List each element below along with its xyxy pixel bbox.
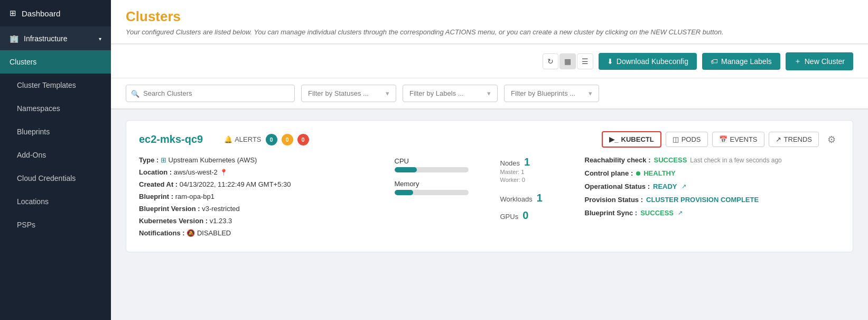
chevron-labels-icon: ▾ (487, 89, 491, 97)
sidebar-item-locations[interactable]: Locations (0, 190, 111, 213)
sidebar-item-cloud-credentials[interactable]: Cloud Credentials (0, 167, 111, 190)
type-row: Type : ⊞ Upstream Kubernetes (AWS) (139, 156, 395, 164)
reachability-row: Reachability check : SUCCESS Last check … (585, 156, 841, 164)
sidebar-item-psps[interactable]: PSPs (0, 213, 111, 236)
download-kubeconfig-label: Download Kubeconfig (617, 57, 688, 66)
grid-icon: ⊞ (10, 8, 16, 18)
control-plane-value: HEALTHY (643, 169, 675, 177)
sidebar-item-namespaces[interactable]: Namespaces (0, 97, 111, 120)
cluster-name[interactable]: ec2-mks-qc9 (139, 133, 203, 145)
new-cluster-button[interactable]: ＋ New Cluster (786, 52, 853, 70)
memory-label: Memory (395, 180, 500, 188)
pods-icon: ◫ (673, 135, 679, 143)
clusters-label: Clusters (10, 58, 36, 66)
blueprint-sync-value: SUCCESS (640, 209, 674, 217)
building-icon: 🏢 (10, 34, 18, 43)
gpus-value: 0 (522, 209, 528, 222)
operational-status-link-icon[interactable]: ↗ (682, 183, 686, 190)
view-toggle: ↻ ▦ ☰ (543, 53, 593, 69)
namespaces-label: Namespaces (17, 104, 60, 113)
operational-status-row: Operational Status : READY ↗ (585, 182, 841, 190)
search-wrap: 🔍 (126, 85, 295, 102)
sidebar-dashboard-item[interactable]: ⊞ Dashboard (0, 0, 111, 27)
blueprint-sync-label: Blueprint Sync : (585, 209, 638, 217)
main-content: Clusters Your configured Clusters are li… (111, 0, 868, 320)
filter-labels[interactable]: Filter by Labels ... ▾ (403, 85, 498, 102)
provision-status-value: CLUSTER PROVISION COMPLETE (646, 196, 759, 204)
stats-col: Nodes 1 Master: 1 Worker: 0 Workloads 1 (500, 156, 585, 241)
plus-icon: ＋ (794, 57, 801, 66)
chevron-statuses-icon: ▾ (386, 89, 389, 97)
toolbar: ↻ ▦ ☰ ⬇ Download Kubeconfig 🏷 Manage Lab… (111, 45, 868, 78)
nodes-value: 1 (524, 156, 530, 168)
workloads-value: 1 (537, 192, 543, 204)
grid-view-button[interactable]: ▦ (559, 53, 576, 69)
sidebar-item-infrastructure[interactable]: 🏢 Infrastructure ▾ (0, 27, 111, 50)
locations-label: Locations (17, 197, 49, 206)
created-row: Created At : 04/13/2022, 11:22:49 AM GMT… (139, 180, 395, 188)
settings-button[interactable]: ⚙ (823, 132, 840, 148)
notifications-label: Notifications : (139, 229, 185, 237)
alert-badge-2: 0 (297, 134, 309, 145)
sidebar: ⊞ Dashboard 🏢 Infrastructure ▾ Clusters … (0, 0, 111, 320)
events-button[interactable]: 📅 EVENTS (712, 132, 764, 147)
pods-button[interactable]: ◫ PODS (666, 132, 708, 147)
reachability-label: Reachability check : (585, 156, 651, 164)
k8s-version-row: Kubernetes Version : v1.23.3 (139, 217, 395, 225)
nodes-master: Master: 1 (500, 168, 585, 176)
terminal-icon: ▶_ (609, 135, 618, 143)
cluster-templates-label: Cluster Templates (17, 81, 76, 89)
sidebar-item-blueprints[interactable]: Blueprints (0, 120, 111, 143)
cluster-card: ec2-mks-qc9 🔔 ALERTS 0 0 0 ▶_ KUBECTL (126, 120, 853, 252)
manage-labels-button[interactable]: 🏷 Manage Labels (702, 53, 780, 70)
list-view-button[interactable]: ☰ (577, 53, 593, 69)
sidebar-item-clusters[interactable]: Clusters (0, 50, 111, 74)
detail-metadata-col: Type : ⊞ Upstream Kubernetes (AWS) Locat… (139, 156, 395, 241)
alerts-text: ALERTS (235, 135, 261, 143)
alerts-group: 🔔 ALERTS 0 0 0 (224, 134, 309, 145)
nodes-label: Nodes (500, 159, 520, 167)
sidebar-item-cluster-templates[interactable]: Cluster Templates (0, 74, 111, 97)
healthy-dot (636, 171, 640, 176)
chevron-blueprints-icon: ▾ (589, 89, 592, 97)
trends-button[interactable]: ↗ TRENDS (769, 132, 819, 147)
cpu-row: CPU (395, 157, 500, 172)
nodes-sub: Master: 1 Worker: 0 (500, 168, 585, 185)
blueprint-sync-link-icon[interactable]: ↗ (678, 209, 683, 216)
cpu-bar-bg (395, 167, 469, 172)
k8s-version-value: v1.23.3 (210, 217, 232, 225)
filter-statuses[interactable]: Filter by Statuses ... ▾ (301, 85, 396, 102)
chevron-down-icon: ▾ (99, 36, 101, 42)
blueprint-version-label: Blueprint Version : (139, 205, 200, 213)
pods-label: PODS (682, 135, 701, 143)
filter-statuses-label: Filter by Statuses ... (308, 89, 369, 97)
blueprint-label: Blueprint : (139, 193, 173, 200)
notifications-value: DISABLED (197, 229, 231, 237)
type-label: Type : (139, 156, 158, 164)
location-label: Location : (139, 168, 172, 176)
download-kubeconfig-button[interactable]: ⬇ Download Kubeconfig (599, 53, 697, 70)
created-value: 04/13/2022, 11:22:49 AM GMT+5:30 (180, 180, 291, 188)
reachability-time: Last check in a few seconds ago (690, 157, 781, 164)
filters-bar: 🔍 Filter by Statuses ... ▾ Filter by Lab… (111, 78, 868, 109)
infrastructure-label: Infrastructure (24, 34, 67, 43)
type-icon: ⊞ (161, 156, 166, 164)
gpus-label: GPUs (500, 213, 519, 221)
operational-status-value: READY (653, 182, 677, 190)
location-icon: 📍 (220, 169, 228, 176)
addons-label: Add-Ons (17, 151, 46, 159)
filter-blueprints-label: Filter by Blueprints ... (511, 89, 575, 97)
kubectl-button[interactable]: ▶_ KUBECTL (602, 131, 661, 148)
gpus-row: GPUs 0 (500, 209, 585, 222)
memory-bar-fill (395, 190, 413, 195)
created-label: Created At : (139, 180, 178, 188)
filter-blueprints[interactable]: Filter by Blueprints ... ▾ (504, 85, 599, 102)
tag-icon: 🏷 (711, 57, 718, 66)
alerts-label: 🔔 ALERTS (224, 135, 261, 143)
filter-labels-label: Filter by Labels ... (409, 89, 464, 97)
refresh-button[interactable]: ↻ (543, 53, 558, 69)
blueprint-row: Blueprint : ram-opa-bp1 (139, 193, 395, 200)
sidebar-item-addons[interactable]: Add-Ons (0, 143, 111, 167)
page-subtitle: Your configured Clusters are listed belo… (126, 28, 853, 36)
search-input[interactable] (126, 85, 295, 102)
